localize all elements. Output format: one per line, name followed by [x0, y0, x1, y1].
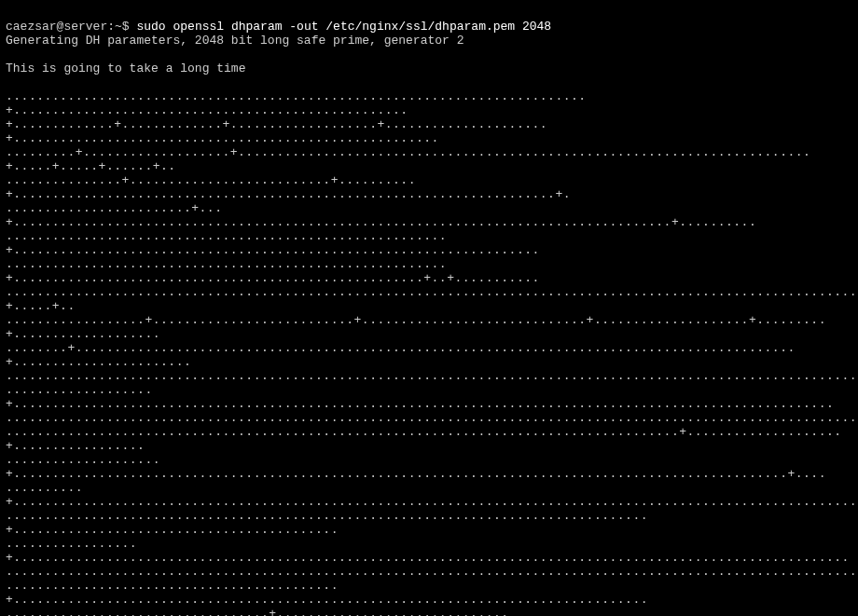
- progress-line: ........................................…: [6, 257, 852, 285]
- progress-line: ........................+...+...........…: [6, 201, 852, 229]
- prompt-path: ~: [115, 20, 122, 34]
- progress-line: ........................................…: [6, 89, 852, 117]
- progress-line: ........................................…: [6, 579, 852, 607]
- progress-output: ........................................…: [6, 89, 852, 616]
- progress-line: ........................................…: [6, 285, 852, 313]
- prompt-symbol: $: [122, 20, 130, 34]
- user-host: caezsar@server: [6, 20, 107, 34]
- progress-line: ........................................…: [6, 411, 852, 425]
- command-text: sudo openssl dhparam -out /etc/nginx/ssl…: [136, 20, 551, 34]
- progress-line: ........................................…: [6, 425, 852, 453]
- output-line-2: This is going to take a long time: [6, 62, 852, 75]
- progress-line: ...................+....................…: [6, 383, 852, 411]
- progress-line: ........................................…: [6, 229, 852, 257]
- progress-line: ........................................…: [6, 565, 852, 579]
- progress-line: .................+......................…: [6, 537, 852, 565]
- prompt-line-1: caezsar@server:~$ sudo openssl dhparam -…: [6, 20, 551, 34]
- progress-line: ........................................…: [6, 369, 852, 383]
- progress-line: ..........+.............................…: [6, 481, 852, 509]
- progress-line: ........................................…: [6, 509, 852, 537]
- progress-line: ....................+...................…: [6, 453, 852, 481]
- progress-line: ...............+........................…: [6, 173, 852, 201]
- output-line-1: Generating DH parameters, 2048 bit long …: [6, 34, 852, 48]
- terminal-window[interactable]: caezsar@server:~$ sudo openssl dhparam -…: [6, 6, 852, 616]
- progress-line: .........+...................+..........…: [6, 145, 852, 173]
- progress-line: ..................+.....................…: [6, 313, 852, 341]
- progress-line: +.............+.............+...........…: [6, 117, 852, 145]
- progress-line: ..................................+.....…: [6, 607, 852, 616]
- progress-line: ........+...............................…: [6, 341, 852, 369]
